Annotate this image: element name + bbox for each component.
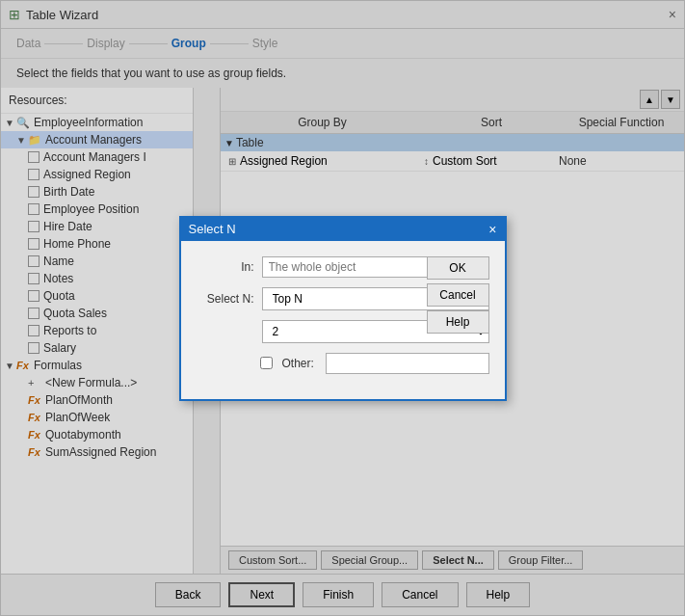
modal-in-label: In: bbox=[197, 260, 254, 274]
modal-buttons: OK Cancel Help bbox=[427, 256, 489, 334]
table-wizard-window: ⊞ Table Wizard × Data Display Group Styl… bbox=[0, 0, 685, 616]
modal-other-label: Other: bbox=[282, 357, 314, 370]
modal-close-button[interactable]: × bbox=[488, 222, 496, 237]
modal-ok-button[interactable]: OK bbox=[427, 256, 489, 280]
modal-title: Select N bbox=[189, 222, 236, 236]
modal-cancel-button[interactable]: Cancel bbox=[427, 283, 489, 307]
modal-content-area: In: Select N: Top N Bottom N Percentage … bbox=[197, 256, 489, 374]
modal-other-input[interactable] bbox=[326, 353, 489, 374]
select-n-dialog: Select N × In: Select N: Top N bbox=[179, 216, 507, 401]
modal-body: In: Select N: Top N Bottom N Percentage … bbox=[181, 241, 505, 399]
modal-other-row: Other: bbox=[197, 353, 489, 374]
modal-select-n-label: Select N: bbox=[197, 292, 254, 306]
modal-title-bar: Select N × bbox=[181, 218, 505, 241]
modal-other-checkbox[interactable] bbox=[260, 357, 273, 369]
modal-overlay: Select N × In: Select N: Top N bbox=[1, 1, 684, 615]
modal-help-button[interactable]: Help bbox=[427, 310, 489, 334]
